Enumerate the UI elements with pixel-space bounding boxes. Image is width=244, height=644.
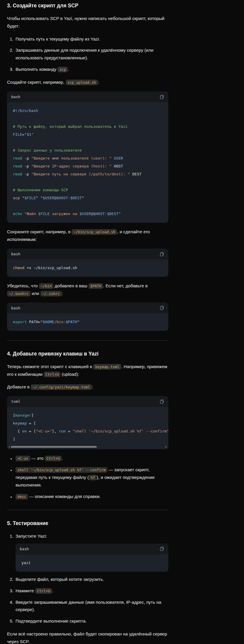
text-run: 4. Добавьте привязку клавиш в Yazi: [7, 351, 99, 357]
code-token: ": [24, 132, 27, 137]
inline-code: <C-u>: [16, 456, 30, 461]
inline-code: keymap.toml: [93, 364, 121, 370]
code-line: scp "$FILE" "$USER@$HOST:$DEST": [13, 194, 162, 202]
code-line: [13, 202, 162, 210]
code-token: # Путь к файлу, который выбрал пользоват…: [13, 124, 128, 129]
code-token: [: [13, 413, 15, 417]
code-token: "<C-u>": [36, 429, 52, 433]
text-run: .: [62, 456, 63, 461]
paragraph: Теперь свяжите этот скрипт с клавишей в …: [7, 363, 168, 378]
scroll-left-arrow-icon[interactable]: [9, 446, 10, 448]
code-token: "Введите путь на сервере (/path/to/dest)…: [31, 172, 130, 176]
code-token: on: [22, 429, 27, 433]
code-line: read -p "Введите имя пользователя (user)…: [13, 154, 162, 162]
copy-button[interactable]: [160, 546, 164, 551]
inline-code: shell '~/bin/scp_upload.sh %f' --confirm: [16, 467, 107, 473]
code-token: $DEST: [107, 212, 118, 216]
code-token: @: [54, 196, 57, 200]
text-run: (upload):: [60, 372, 79, 377]
paragraph: Чтобы использовать SCP в Yazi, нужно нап…: [7, 15, 168, 30]
horizontal-scrollbar[interactable]: [7, 446, 168, 449]
code-token: PATH=": [27, 320, 43, 324]
code-line: FILE="$1": [13, 130, 162, 138]
text-run: .: [68, 67, 69, 72]
text-run: — описание команды для справки.: [28, 494, 101, 499]
code-token: read: [13, 164, 22, 168]
text-run: Введите запрашиваемые данные (имя пользо…: [16, 600, 161, 612]
chat-response: 3. Создайте скрипт для SCPЧтобы использо…: [0, 0, 168, 644]
copy-button[interactable]: [160, 94, 164, 100]
code-content: yazi: [16, 554, 168, 572]
code-line: read -p "Введите путь на сервере (/path/…: [13, 170, 162, 178]
text-run: добавлен в ваш: [53, 283, 89, 288]
code-token: USER: [114, 156, 123, 160]
code-line: echo "Файл $FILE загружен на $USER@$HOST…: [13, 210, 162, 218]
code-line: chmod +x ~/bin/scp_upload.sh: [13, 264, 162, 272]
code-token: = [: [27, 421, 36, 425]
bullet-list: <C-u> — это Ctrl+U.shell '~/bin/scp_uplo…: [7, 455, 168, 500]
scrollbar-thumb[interactable]: [11, 446, 97, 448]
list-item: Подтвердите выполнение скрипта.: [15, 617, 168, 625]
code-token: @: [91, 212, 93, 216]
code-token: /bin:: [54, 320, 66, 324]
code-line: # Выполнение команды SCP: [13, 186, 162, 194]
code-header: toml: [7, 396, 168, 407]
copy-button[interactable]: [160, 251, 164, 257]
code-token: ],: [52, 429, 59, 433]
code-token: "Файл: [24, 212, 38, 216]
code-token: -p: [22, 172, 31, 176]
code-token: #!/bin/bash: [13, 108, 38, 113]
scroll-right-arrow-icon[interactable]: [165, 446, 167, 448]
inline-code: Ctrl+U: [44, 372, 60, 377]
inline-code: scp_upload.sh: [66, 80, 98, 85]
code-token: $DEST: [70, 196, 82, 200]
code-lang-label: bash: [11, 306, 20, 310]
code-token: ]: [31, 413, 34, 417]
code-lang-label: toml: [11, 400, 20, 403]
inline-code: ~/bin: [39, 283, 54, 289]
code-token: = [: [27, 429, 36, 433]
code-line: [13, 178, 162, 186]
list-item: Введите запрашиваемые данные (имя пользо…: [15, 598, 168, 614]
code-block: bashyazi: [16, 544, 168, 572]
code-token: ": [20, 196, 24, 200]
section-heading: 5. Тестирование: [7, 520, 168, 527]
code-line: { on = ["<C-u>"], run = "shell '~/bin/sc…: [13, 427, 162, 435]
list-item: shell '~/bin/scp_upload.sh %f' --confirm…: [15, 466, 168, 489]
text-run: Чтобы использовать SCP в Yazi, нужно нап…: [7, 16, 165, 28]
list-item: Запрашивать данные для подключения к уда…: [15, 46, 168, 62]
code-line: keymap = [: [13, 419, 162, 427]
code-line: read -p "Введите IP-адрес сервера (host)…: [13, 162, 162, 170]
code-lang-label: bash: [20, 547, 29, 551]
text-run: Подтвердите выполнение скрипта.: [16, 618, 87, 623]
text-run: .: [52, 588, 53, 593]
text-run: или: [30, 291, 40, 296]
code-token: ": [82, 196, 84, 200]
code-token: ]: [13, 437, 15, 441]
inline-code: ~/bin/scp_upload.sh: [72, 229, 117, 235]
inline-code: ~/.bashrc: [7, 291, 30, 296]
code-lang-label: bash: [11, 95, 20, 99]
code-line: [13, 138, 162, 146]
text-run: Убедитесь, что: [7, 283, 39, 288]
code-header: bash: [16, 544, 168, 554]
copy-button[interactable]: [160, 305, 164, 311]
code-token: ": [77, 320, 79, 324]
code-token: run: [59, 429, 66, 433]
paragraph: Добавьте в ~/.config/yazi/keymap.toml:: [7, 383, 168, 391]
text-run: — это: [30, 456, 45, 461]
code-token: загружен на: [50, 212, 79, 216]
text-run: . Если нет, добавьте в: [103, 283, 148, 288]
code-token: # Запрос данных у пользователя: [13, 148, 82, 152]
copy-icon: [160, 306, 164, 310]
inline-code: ~/.config/yazi/keymap.toml: [31, 384, 92, 390]
scrollbar-track[interactable]: [11, 446, 165, 448]
code-token: echo: [13, 212, 22, 216]
code-token: -p: [22, 156, 31, 160]
text-run: :: [98, 80, 99, 85]
list-item: Получать путь к текущему файлу из Yazi.: [15, 35, 168, 43]
copy-button[interactable]: [160, 399, 164, 404]
code-token: [22, 212, 24, 216]
code-token: keymap: [13, 421, 27, 425]
numbered-list: Получать путь к текущему файлу из Yazi.З…: [7, 35, 168, 73]
